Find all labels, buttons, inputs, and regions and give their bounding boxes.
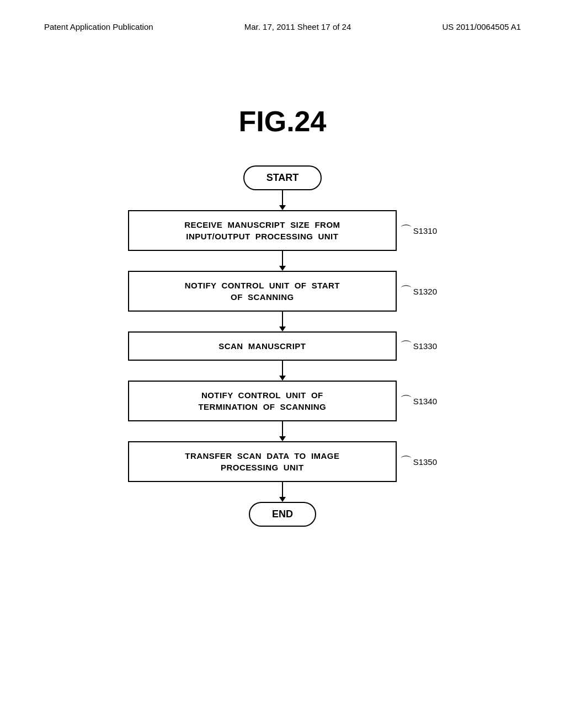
- step-box-s1340: NOTIFY CONTROL UNIT OFTERMINATION OF SCA…: [128, 381, 397, 421]
- step-label-s1310: ⌒ S1310: [400, 224, 437, 237]
- arrow-3: [279, 312, 286, 331]
- header-left: Patent Application Publication: [44, 22, 153, 31]
- step-row-s1340: NOTIFY CONTROL UNIT OFTERMINATION OF SCA…: [128, 381, 437, 421]
- step-label-s1350: ⌒ S1350: [400, 456, 437, 468]
- flowchart: START RECEIVE MANUSCRIPT SIZE FROMINPUT/…: [128, 165, 437, 527]
- step-row-s1310: RECEIVE MANUSCRIPT SIZE FROMINPUT/OUTPUT…: [128, 210, 437, 251]
- step-label-s1330: ⌒ S1330: [400, 340, 437, 352]
- process-s1310: RECEIVE MANUSCRIPT SIZE FROMINPUT/OUTPUT…: [128, 210, 397, 251]
- arrow-5: [279, 421, 286, 441]
- step-box-s1320: NOTIFY CONTROL UNIT OF STARTOF SCANNING: [128, 271, 397, 312]
- process-s1330: SCAN MANUSCRIPT: [128, 331, 397, 361]
- end-terminal: END: [249, 502, 316, 527]
- process-s1320: NOTIFY CONTROL UNIT OF STARTOF SCANNING: [128, 271, 397, 312]
- header-middle: Mar. 17, 2011 Sheet 17 of 24: [244, 22, 351, 31]
- arrow-6: [279, 482, 286, 502]
- step-box-s1350: TRANSFER SCAN DATA TO IMAGEPROCESSING UN…: [128, 441, 397, 482]
- figure-title: FIG.24: [0, 105, 565, 138]
- process-s1350: TRANSFER SCAN DATA TO IMAGEPROCESSING UN…: [128, 441, 397, 482]
- page-header: Patent Application Publication Mar. 17, …: [0, 22, 565, 31]
- header-right: US 2011/0064505 A1: [442, 22, 521, 31]
- arrow-4: [279, 361, 286, 381]
- arrow-2: [279, 251, 286, 271]
- step-box-s1330: SCAN MANUSCRIPT: [128, 331, 397, 361]
- arrow-1: [279, 190, 286, 210]
- process-s1340: NOTIFY CONTROL UNIT OFTERMINATION OF SCA…: [128, 381, 397, 421]
- step-label-s1340: ⌒ S1340: [400, 395, 437, 407]
- step-row-s1320: NOTIFY CONTROL UNIT OF STARTOF SCANNING …: [128, 271, 437, 312]
- start-terminal: START: [243, 165, 322, 190]
- step-label-s1320: ⌒ S1320: [400, 285, 437, 297]
- step-row-s1330: SCAN MANUSCRIPT ⌒ S1330: [128, 331, 437, 361]
- step-row-s1350: TRANSFER SCAN DATA TO IMAGEPROCESSING UN…: [128, 441, 437, 482]
- step-box-s1310: RECEIVE MANUSCRIPT SIZE FROMINPUT/OUTPUT…: [128, 210, 397, 251]
